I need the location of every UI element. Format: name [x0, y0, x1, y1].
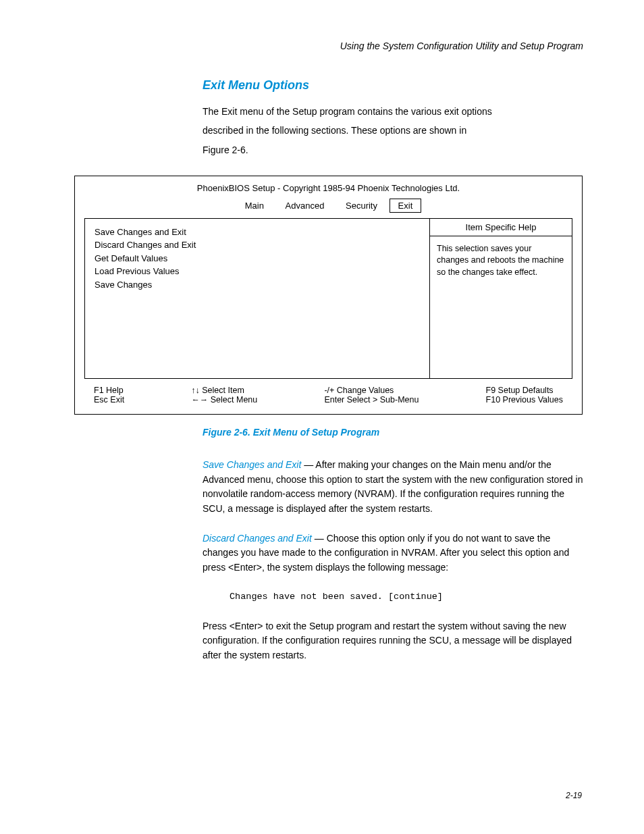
footer-key-exit: Esc Exit [94, 395, 124, 405]
option-title: Discard Changes and Exit [203, 533, 312, 544]
bios-title: PhoenixBIOS Setup - Copyright 1985-94 Ph… [84, 183, 572, 193]
help-header: Item Specific Help [430, 219, 572, 236]
bios-window: PhoenixBIOS Setup - Copyright 1985-94 Ph… [74, 176, 583, 415]
figure-caption: Figure 2-6. Exit Menu of Setup Program [203, 427, 583, 438]
menu-item-previous[interactable]: Load Previous Values [95, 265, 420, 278]
tab-exit[interactable]: Exit [390, 199, 422, 213]
section-intro-line: The Exit menu of the Setup program conta… [203, 105, 583, 118]
page-header: Using the System Configuration Utility a… [68, 41, 583, 51]
page-number: 2-19 [566, 791, 582, 800]
bios-footer: F1 Help Esc Exit ↑↓ Select Item ←→ Selec… [84, 379, 572, 407]
tab-main[interactable]: Main [236, 199, 273, 212]
option-discard-changes: Discard Changes and Exit — Choose this o… [203, 531, 583, 575]
menu-item-discard-exit[interactable]: Discard Changes and Exit [95, 238, 420, 252]
section-heading: Exit Menu Options [203, 78, 583, 93]
section-intro-line: Figure 2-6. [203, 143, 583, 157]
section-intro-line: described in the following sections. The… [203, 124, 583, 137]
option-after-prompt: Press <Enter> to exit the Setup program … [203, 619, 583, 663]
footer-key-defaults: F9 Setup Defaults [486, 386, 563, 395]
menu-item-save[interactable]: Save Changes [95, 278, 420, 292]
bios-tab-bar: Main Advanced Security Exit [84, 199, 572, 213]
menu-item-defaults[interactable]: Get Default Values [95, 252, 420, 265]
footer-key-select-menu: ←→ Select Menu [191, 395, 257, 405]
footer-key-select-item: ↑↓ Select Item [191, 386, 257, 395]
footer-key-submenu: Enter Select > Sub-Menu [324, 395, 419, 405]
menu-item-save-exit[interactable]: Save Changes and Exit [95, 226, 420, 239]
tab-advanced[interactable]: Advanced [276, 199, 334, 212]
option-title: Save Changes and Exit [203, 459, 301, 470]
footer-key-help: F1 Help [94, 386, 124, 395]
help-body: This selection saves your changes and re… [430, 236, 572, 378]
bios-menu-list: Save Changes and Exit Discard Changes an… [85, 219, 430, 378]
prompt-text: Changes have not been saved. [continue] [230, 590, 583, 604]
tab-security[interactable]: Security [336, 199, 387, 212]
footer-key-previous: F10 Previous Values [486, 395, 563, 405]
footer-key-change-values: -/+ Change Values [324, 386, 419, 395]
option-save-changes: Save Changes and Exit — After making you… [203, 458, 583, 517]
figure-bios-screenshot: PhoenixBIOS Setup - Copyright 1985-94 Ph… [68, 176, 583, 415]
